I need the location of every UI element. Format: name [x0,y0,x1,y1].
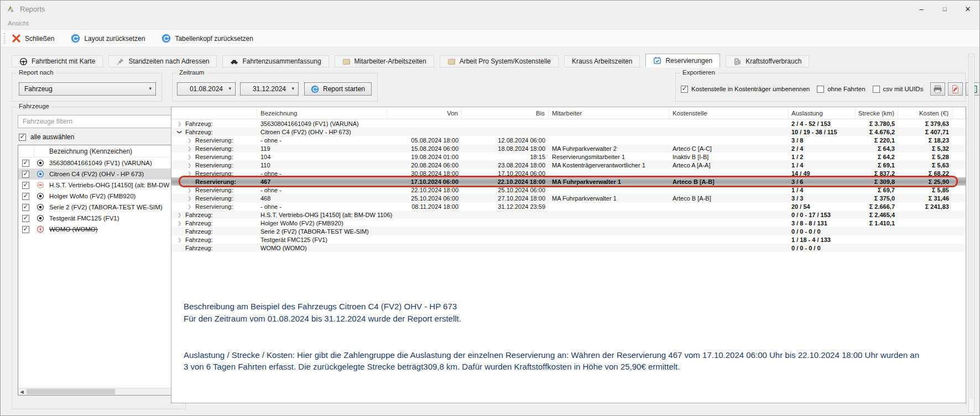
table-row[interactable]: ❯Fahrzeug:356308041661049 (FV1) (VARUNA)… [171,119,966,128]
table-row[interactable]: ❯Fahrzeug:Citroen C4 (FV2) (OHV - HP 673… [171,128,966,136]
reset-tablehead-button[interactable]: Tabellenkopf zurücksetzen [161,34,253,43]
expand-arrow-icon[interactable]: ❯ [177,237,182,243]
cell-bezeichnung: 110 [257,162,387,168]
table-row[interactable]: ❯Fahrzeug:Testgerät FMC125 (FV1)1 / 18 -… [171,235,966,244]
expand-arrow-icon[interactable]: ❯ [187,162,192,168]
table-row[interactable]: ❯Fahrzeug:Holger WoMo (FV2) (FMB920)3 / … [171,219,966,227]
expand-arrow-icon[interactable]: ❯ [177,121,182,127]
expand-arrow-icon[interactable]: ❯ [187,146,192,151]
table-row[interactable]: ❯Reservierung:46717.10.2024 06:0022.10.2… [171,177,966,186]
column-header-auslastung[interactable]: Auslastung [788,107,856,119]
vehicle-checkbox[interactable] [22,215,29,222]
scroll-left-icon[interactable]: ◀ [18,388,25,395]
tab-label: Reservierungen [665,57,712,65]
vehicle-list: Bezeichnung (Kennzeichen) 35630804166104… [18,145,180,396]
vehicle-filter-input[interactable] [18,115,180,128]
tab-strip: Fahrtbericht mit KarteStandzeiten nach A… [12,54,957,67]
export-option-ohne-fahrten[interactable]: ohne Fahrten [817,86,865,93]
checkbox[interactable] [817,86,824,93]
checkbox[interactable] [681,86,688,93]
column-header-mitarbeiter[interactable]: Mitarbeiter [549,107,669,119]
table-row[interactable]: ❯Reservierung:- ohne -22.10.2024 18:0025… [171,186,966,194]
window-vscrollbar[interactable] [968,54,974,413]
vehicle-checkbox[interactable] [22,160,29,167]
date-to-select[interactable]: 31.12.2024 ▾ [240,82,299,96]
expand-arrow-icon[interactable]: ❯ [187,154,192,160]
column-header-von[interactable]: Von [387,107,462,119]
cell-bezeichnung: Testgerät FMC125 (FV1) [257,236,387,243]
vehicle-list-item[interactable]: Testgerät FMC125 (FV1) [18,213,180,224]
maximize-icon[interactable]: □ [933,1,956,17]
table-row[interactable]: ❯Reservierung:46825.10.2024 06:0027.10.2… [171,194,966,202]
table-row[interactable]: ❯Fahrzeug:H.S.T. Vertriebs-OHG [14150] (… [171,210,966,219]
expand-arrow-icon[interactable]: ❯ [187,196,192,201]
vehicle-list-item[interactable]: 356308041661049 (FV1) (VARUNA) [18,157,180,168]
close-report-button[interactable]: Schließen [12,34,54,43]
vehicle-list-item[interactable]: Citroen C4 (FV2) (OHV - HP 673) [18,168,180,180]
minimize-icon[interactable]: – [910,1,933,17]
select-all-row[interactable]: alle auswählen [19,133,74,141]
reset-layout-button[interactable]: Layout zurücksetzen [71,34,145,43]
date-from-select[interactable]: 01.08.2024 ▾ [177,82,236,96]
close-icon[interactable]: ✕ [956,1,979,17]
table-row[interactable]: ❯Reservierung:- ohne -30.08.2024 18:0017… [171,169,966,177]
column-header-strecke-km[interactable]: Strecke (km) [856,107,898,119]
tab-krauss-arbeitszeiten[interactable]: Krauss Arbeitszeiten [564,55,640,67]
tab-kraftstoffverbrauch[interactable]: Kraftstoffverbrauch [726,55,809,67]
select-all-checkbox[interactable] [19,134,26,141]
vehicle-label: Serie 2 (FV2) (TABORA-TEST WE-SIM) [49,204,163,210]
tab-fahrtenzusammenfassung[interactable]: Fahrtenzusammenfassung [222,55,329,67]
export-option-csv-mit-uuids[interactable]: csv mit UUIDs [873,86,924,93]
expand-arrow-icon[interactable]: ❯ [177,220,182,226]
scrollbar-thumb[interactable] [27,389,115,394]
tab-fahrtbericht-mit-karte[interactable]: Fahrtbericht mit Karte [12,55,103,67]
cell-von: 30.08.2024 18:00 [387,170,462,177]
export-pdf-button[interactable] [948,82,963,96]
table-row[interactable]: ❯Reservierung:10419.08.2024 01:0018:15Re… [171,152,966,161]
vehicle-checkbox[interactable] [22,193,29,200]
cell-auslastung: 14 / 49 [788,170,856,177]
column-header-kostenstelle[interactable]: Kostenstelle [669,107,788,119]
table-row[interactable]: Fahrzeug:WOMO (WOMO)0 / 0 - 0 / 0 [171,244,966,252]
report-start-button[interactable]: Report starten [304,82,372,96]
cell-bezeichnung: Citroen C4 (FV2) (OHV - HP 673) [257,129,387,135]
vehicle-checkbox[interactable] [22,226,29,233]
radio-dark [37,203,44,211]
column-header-bezeichnung[interactable]: Bezeichnung [257,107,387,119]
expand-arrow-icon[interactable]: ❯ [187,179,192,185]
vehicle-checkbox[interactable] [22,204,29,211]
scrollbar-thumb[interactable] [969,55,973,399]
vehicle-list-item[interactable]: WOMO (WOMO) [18,224,180,235]
expand-arrow-icon[interactable]: ❯ [177,212,182,218]
export-printer-button[interactable] [930,82,945,96]
column-header-tree[interactable] [171,107,257,119]
description-line-1: Beschreibung am Beispiel des Fahrzeugs C… [184,301,919,313]
vehicle-checkbox[interactable] [22,171,29,178]
column-header-kosten[interactable]: Kosten (€) [898,107,952,119]
expand-arrow-icon[interactable]: ❯ [187,204,192,209]
vehicle-list-item[interactable]: Holger WoMo (FV2) (FMB920) [18,191,180,202]
tab-mitarbeiter-arbeitszeiten[interactable]: Mitarbeiter-Arbeitszeiten [335,55,434,67]
table-row[interactable]: ❯Reservierung:- ohne -08.11.2024 18:0031… [171,202,966,210]
vehicle-list-item[interactable]: Serie 2 (FV2) (TABORA-TEST WE-SIM) [18,202,180,213]
export-option-kostenstelle-in-kostenträger-umbenennen[interactable]: Kostenstelle in Kostenträger umbenennen [681,86,810,93]
expand-arrow-icon[interactable]: ❯ [187,171,192,176]
tab-arbeit-pro-system-kostenstelle[interactable]: Arbeit Pro System/Kostenstelle [440,55,559,67]
expand-arrow-icon[interactable]: ❯ [187,138,192,143]
table-row[interactable]: ❯Reservierung:11915.08.2024 06:0018.08.2… [171,144,966,152]
vehicle-list-item[interactable]: H.S.T. Vertriebs-OHG [14150] (alt: BM-DW… [18,180,180,191]
vehicle-list-hscrollbar[interactable]: ◀ ▶ [18,388,180,395]
tab-standzeiten-nach-adressen[interactable]: Standzeiten nach Adressen [108,55,217,67]
menu-ansicht[interactable]: Ansicht [8,20,29,27]
vehicle-checkbox[interactable] [22,182,29,189]
tab-reservierungen[interactable]: Reservierungen [645,54,720,67]
column-header-bis[interactable]: Bis [462,107,549,119]
table-row[interactable]: ❯Reservierung:- ohne -05.08.2024 18:0012… [171,136,966,144]
report-nach-select[interactable]: Fahrzeug ▾ [19,82,156,96]
expand-arrow-icon[interactable]: ❯ [187,187,192,193]
collapse-arrow-icon[interactable]: ❯ [177,129,183,134]
table-row[interactable]: Fahrzeug:Serie 2 (FV2) (TABORA-TEST WE-S… [171,227,966,235]
table-row[interactable]: ❯Reservierung:11020.08.2024 06:0023.08.2… [171,161,966,169]
toolbar-grip-handle[interactable] [4,33,6,44]
checkbox[interactable] [873,86,880,93]
